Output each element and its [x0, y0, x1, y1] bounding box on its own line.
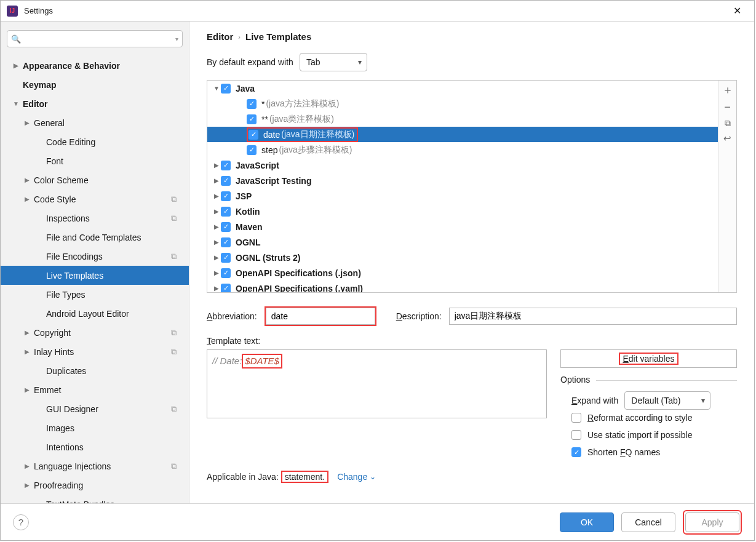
arrow-icon: ▶ — [23, 196, 31, 202]
templates-scroll[interactable]: ▼Java* (java方法注释模板)** (java类注释模板)date (j… — [207, 81, 718, 292]
static-import-checkbox[interactable] — [571, 430, 581, 440]
close-icon[interactable]: ✕ — [726, 2, 748, 20]
settings-tree[interactable]: ▶Appearance & BehaviorKeymap▼Editor▶Gene… — [1, 52, 189, 503]
template-checkbox[interactable] — [221, 222, 231, 232]
template-item[interactable]: ▶JavaScript — [207, 157, 718, 173]
chevron-right-icon: › — [238, 33, 241, 41]
sidebar-item-label: Proofreading — [34, 480, 83, 490]
default-expand-select[interactable]: Tab — [300, 53, 367, 71]
sidebar-item[interactable]: File Encodings⧉ — [1, 247, 189, 266]
profile-icon: ⧉ — [171, 404, 177, 414]
sidebar-item[interactable]: File Types — [1, 285, 189, 304]
sidebar-item-label: Color Scheme — [34, 175, 89, 185]
arrow-icon: ▶ — [212, 254, 221, 261]
sidebar-item[interactable]: TextMate Bundles — [1, 495, 189, 503]
template-item[interactable]: ▶OpenAPI Specifications (.json) — [207, 265, 718, 281]
sidebar-item[interactable]: ▶Code Style⧉ — [1, 189, 189, 209]
sidebar-item[interactable]: Duplicates — [1, 361, 189, 380]
profile-icon: ⧉ — [171, 213, 177, 223]
template-checkbox[interactable] — [247, 99, 257, 109]
sidebar-item[interactable]: Keymap — [1, 75, 189, 94]
template-checkbox[interactable] — [247, 114, 257, 124]
sidebar-item[interactable]: ▶Proofreading — [1, 476, 189, 495]
sidebar-item-label: Appearance & Behavior — [23, 61, 120, 71]
expand-with-select[interactable]: Default (Tab) — [624, 391, 710, 410]
template-checkbox[interactable] — [247, 145, 257, 155]
search-input[interactable] — [23, 34, 175, 44]
sidebar-item[interactable]: ▼Editor — [1, 94, 189, 113]
template-item[interactable]: ** (java类注释模板) — [207, 111, 718, 127]
abbreviation-input[interactable] — [266, 308, 375, 325]
sidebar-item-label: Language Injections — [34, 461, 111, 471]
arrow-icon: ▶ — [212, 177, 221, 184]
copy-icon[interactable]: ⧉ — [725, 119, 731, 127]
sidebar-item[interactable]: ▶Copyright⧉ — [1, 323, 189, 342]
template-checkbox[interactable] — [221, 207, 231, 217]
ok-button[interactable]: OK — [560, 512, 614, 532]
template-text-area[interactable]: // Date:$DATE$ — [207, 349, 547, 418]
arrow-icon: ▶ — [212, 193, 221, 199]
template-variable: $DATE$ — [242, 354, 282, 369]
sidebar-item-label: Copyright — [34, 328, 71, 338]
applicable-context: statement. — [281, 471, 328, 483]
undo-icon[interactable]: ↩ — [723, 134, 731, 143]
template-checkbox[interactable] — [249, 130, 258, 140]
template-item[interactable]: ▶Maven — [207, 219, 718, 234]
help-icon[interactable]: ? — [13, 514, 29, 530]
add-icon[interactable]: ＋ — [722, 84, 733, 95]
sidebar-item[interactable]: Images — [1, 418, 189, 437]
template-checkbox[interactable] — [221, 284, 231, 293]
sidebar-item[interactable]: ▶Inlay Hints⧉ — [1, 342, 189, 361]
titlebar: IJ Settings ✕ — [1, 1, 754, 22]
template-checkbox[interactable] — [221, 176, 231, 186]
sidebar-item[interactable]: ▶Emmet — [1, 380, 189, 399]
template-item[interactable]: ▶OGNL (Struts 2) — [207, 250, 718, 265]
template-item[interactable]: ▶Kotlin — [207, 204, 718, 219]
cancel-button[interactable]: Cancel — [621, 512, 675, 532]
settings-search[interactable]: 🔍 ▾ — [7, 30, 183, 47]
template-checkbox[interactable] — [221, 253, 231, 263]
change-context-link[interactable]: Change — [337, 472, 376, 482]
arrow-icon: ▶ — [212, 223, 221, 230]
template-checkbox[interactable] — [221, 84, 231, 94]
profile-icon: ⧉ — [171, 252, 177, 261]
edit-variables-button[interactable]: Edit variables — [560, 349, 737, 368]
template-item[interactable]: ▼Java — [207, 81, 718, 96]
sidebar-item[interactable]: Intentions — [1, 437, 189, 456]
template-item[interactable]: ▶JavaScript Testing — [207, 173, 718, 188]
template-checkbox[interactable] — [221, 191, 231, 201]
sidebar-item-label: TextMate Bundles — [46, 500, 114, 504]
reformat-checkbox[interactable] — [571, 413, 581, 423]
template-item[interactable]: date (java日期注释模板) — [207, 127, 718, 142]
sidebar-item[interactable]: Inspections⧉ — [1, 209, 189, 228]
sidebar-item[interactable]: File and Code Templates — [1, 228, 189, 247]
shorten-fq-checkbox[interactable] — [571, 447, 581, 457]
template-item[interactable]: ▶OpenAPI Specifications (.yaml) — [207, 281, 718, 292]
template-item[interactable]: step (java步骤注释模板) — [207, 142, 718, 157]
reformat-label: Reformat according to style — [587, 413, 692, 423]
sidebar-item-label: General — [34, 118, 65, 128]
sidebar-item-label: Keymap — [23, 80, 56, 90]
sidebar-item[interactable]: GUI Designer⧉ — [1, 399, 189, 418]
template-item[interactable]: ▶JSP — [207, 188, 718, 204]
sidebar-item[interactable]: ▶Color Scheme — [1, 170, 189, 189]
sidebar-item[interactable]: ▶Language Injections⧉ — [1, 456, 189, 476]
sidebar-item[interactable]: Live Templates — [1, 266, 189, 285]
template-description: (java方法注释模板) — [266, 98, 339, 110]
sidebar-item[interactable]: Code Editing — [1, 132, 189, 151]
breadcrumb-root[interactable]: Editor — [207, 31, 233, 42]
sidebar-item[interactable]: ▶General — [1, 113, 189, 132]
sidebar-item[interactable]: Android Layout Editor — [1, 304, 189, 323]
remove-icon[interactable]: − — [724, 102, 731, 113]
options-legend: Options — [560, 375, 596, 385]
sidebar-item[interactable]: Font — [1, 151, 189, 170]
arrow-icon: ▶ — [212, 208, 221, 215]
template-checkbox[interactable] — [221, 237, 231, 247]
template-item[interactable]: ▶OGNL — [207, 234, 718, 250]
apply-button[interactable]: Apply — [685, 512, 739, 532]
template-checkbox[interactable] — [221, 268, 231, 278]
description-input[interactable] — [449, 308, 737, 325]
template-checkbox[interactable] — [221, 161, 231, 170]
sidebar-item[interactable]: ▶Appearance & Behavior — [1, 56, 189, 75]
template-item[interactable]: * (java方法注释模板) — [207, 96, 718, 111]
